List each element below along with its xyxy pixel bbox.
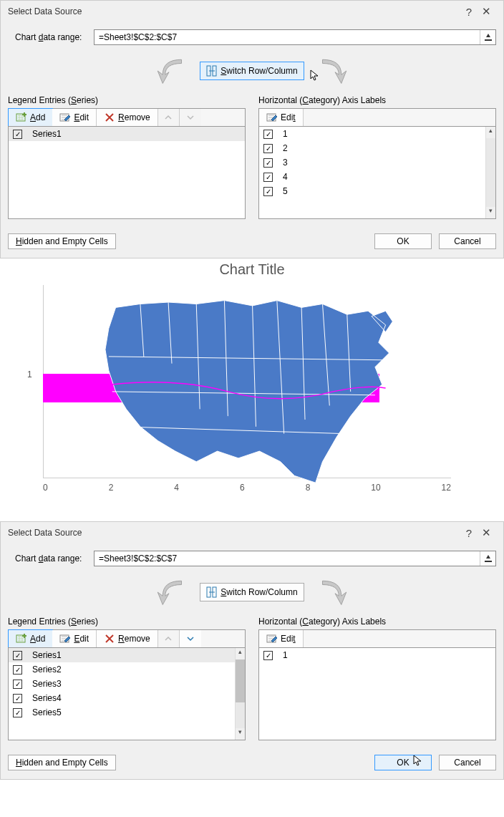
help-button[interactable]: ? <box>460 6 478 18</box>
move-down-button <box>180 109 201 126</box>
us-map-overlay <box>70 286 407 497</box>
category-row[interactable]: ✓3 <box>259 155 495 170</box>
hidden-empty-cells-button[interactable]: Hidden and Empty Cells <box>8 755 116 770</box>
remove-icon <box>104 112 115 123</box>
series-row[interactable]: ✓Series4 <box>9 691 245 705</box>
collapse-dialog-icon[interactable] <box>480 551 495 566</box>
switch-icon <box>206 65 218 77</box>
category-row[interactable]: ✓2 <box>259 141 495 155</box>
series-listbox[interactable]: ✓Series1 ✓Series2 ✓Series3 ✓Series4 ✓Ser… <box>8 647 246 740</box>
svg-rect-0 <box>485 39 492 41</box>
series-row[interactable]: ✓Series2 <box>9 662 245 677</box>
switch-row-column-button[interactable]: Switch Row/Column <box>200 583 304 601</box>
category-label: 3 <box>283 158 288 168</box>
edit-icon <box>266 633 278 644</box>
add-series-button[interactable]: Add <box>8 108 53 127</box>
edit-label: Edit <box>281 112 296 122</box>
arrow-right-icon <box>310 577 360 607</box>
chevron-up-icon <box>165 114 172 121</box>
close-button[interactable]: ✕ <box>478 526 495 539</box>
category-checkbox[interactable]: ✓ <box>263 130 273 139</box>
series-row[interactable]: ✓Series3 <box>9 677 245 691</box>
scroll-up-icon[interactable]: ▴ <box>486 127 495 138</box>
category-label: 1 <box>283 129 288 139</box>
y-axis: 1 <box>27 285 32 464</box>
remove-series-button[interactable]: Remove <box>97 109 158 126</box>
chevron-up-icon <box>165 635 172 642</box>
legend-entries-panel: Legend Entries (Series) Add Edit Remove <box>8 617 246 740</box>
series-checkbox[interactable]: ✓ <box>13 694 22 703</box>
series-checkbox[interactable]: ✓ <box>13 130 22 139</box>
category-checkbox[interactable]: ✓ <box>263 158 273 168</box>
category-listbox[interactable]: ✓1 <box>258 647 496 740</box>
select-data-source-dialog-2: Select Data Source ? ✕ Chart data range:… <box>0 521 504 780</box>
remove-label: Remove <box>118 634 150 644</box>
series-checkbox[interactable]: ✓ <box>13 708 22 717</box>
series-listbox[interactable]: ✓ Series1 <box>8 126 246 219</box>
category-checkbox[interactable]: ✓ <box>263 173 273 182</box>
category-listbox[interactable]: ✓1 ✓2 ✓3 ✓4 ✓5 ▴▾ <box>258 126 496 219</box>
switch-row-column-button[interactable]: Switch Row/Column <box>200 62 304 80</box>
dialog-title: Select Data Source <box>8 6 82 16</box>
series-name: Series4 <box>32 693 62 703</box>
arrow-left-icon <box>144 577 194 607</box>
edit-series-button[interactable]: Edit <box>52 630 97 647</box>
move-down-button[interactable] <box>180 630 201 647</box>
add-icon <box>16 112 27 123</box>
category-checkbox[interactable]: ✓ <box>263 187 273 196</box>
switch-icon <box>206 586 218 598</box>
edit-category-button[interactable]: Edit <box>259 109 304 126</box>
scroll-down-icon[interactable]: ▾ <box>236 728 245 740</box>
svg-rect-6 <box>485 561 492 562</box>
category-toolbar: Edit <box>258 108 496 126</box>
help-button[interactable]: ? <box>460 527 478 539</box>
scrollbar[interactable]: ▴▾ <box>235 648 245 740</box>
category-row[interactable]: ✓1 <box>259 127 495 141</box>
scrollbar[interactable]: ▴▾ <box>485 127 495 218</box>
series-row[interactable]: ✓Series5 <box>9 705 245 720</box>
edit-series-button[interactable]: Edit <box>52 109 97 126</box>
series-row[interactable]: ✓Series1 <box>9 648 245 662</box>
legend-entries-label: Legend Entries (Series) <box>8 95 246 105</box>
switch-label: Switch Row/Column <box>220 587 297 597</box>
x-tick: 4 <box>174 483 179 493</box>
chart-data-range-input[interactable] <box>94 30 480 44</box>
edit-icon <box>266 112 278 123</box>
move-up-button <box>158 109 180 126</box>
series-checkbox[interactable]: ✓ <box>13 680 22 689</box>
series-row[interactable]: ✓ Series1 <box>9 127 245 141</box>
category-axis-panel: Horizontal (Category) Axis Labels Edit ✓… <box>258 617 496 740</box>
category-checkbox[interactable]: ✓ <box>263 144 273 153</box>
category-row[interactable]: ✓4 <box>259 170 495 184</box>
scroll-up-icon[interactable]: ▴ <box>236 648 245 659</box>
category-axis-label: Horizontal (Category) Axis Labels <box>258 95 496 105</box>
scrollbar-thumb[interactable] <box>236 659 245 702</box>
switch-label: Switch Row/Column <box>220 66 297 76</box>
chevron-down-icon <box>187 635 194 642</box>
category-label: 1 <box>283 650 288 660</box>
category-row[interactable]: ✓1 <box>259 648 495 662</box>
cancel-button[interactable]: Cancel <box>439 233 496 249</box>
scroll-down-icon[interactable]: ▾ <box>486 207 495 218</box>
chart-data-range-input[interactable] <box>94 551 480 566</box>
series-name: Series1 <box>32 129 62 139</box>
add-series-button[interactable]: Add <box>8 629 53 648</box>
category-row[interactable]: ✓5 <box>259 184 495 198</box>
chart-preview: Chart Title 1 0 2 4 6 8 10 12 <box>0 258 504 521</box>
chart-data-range-field[interactable] <box>94 551 496 566</box>
remove-series-button[interactable]: Remove <box>97 630 158 647</box>
collapse-dialog-icon[interactable] <box>480 30 495 44</box>
edit-category-button[interactable]: Edit <box>259 630 304 647</box>
series-checkbox[interactable]: ✓ <box>13 665 22 675</box>
ok-button[interactable]: OK <box>374 755 432 770</box>
cancel-button[interactable]: Cancel <box>439 755 496 770</box>
close-button[interactable]: ✕ <box>478 5 495 18</box>
category-checkbox[interactable]: ✓ <box>263 651 273 660</box>
series-checkbox[interactable]: ✓ <box>13 651 22 660</box>
ok-button[interactable]: OK <box>374 233 432 249</box>
mouse-cursor-icon <box>310 69 320 82</box>
chart-data-range-field[interactable] <box>94 29 496 45</box>
category-label: 4 <box>283 172 288 182</box>
hidden-empty-cells-button[interactable]: Hidden and Empty Cells <box>8 233 116 249</box>
y-tick: 1 <box>27 369 32 380</box>
